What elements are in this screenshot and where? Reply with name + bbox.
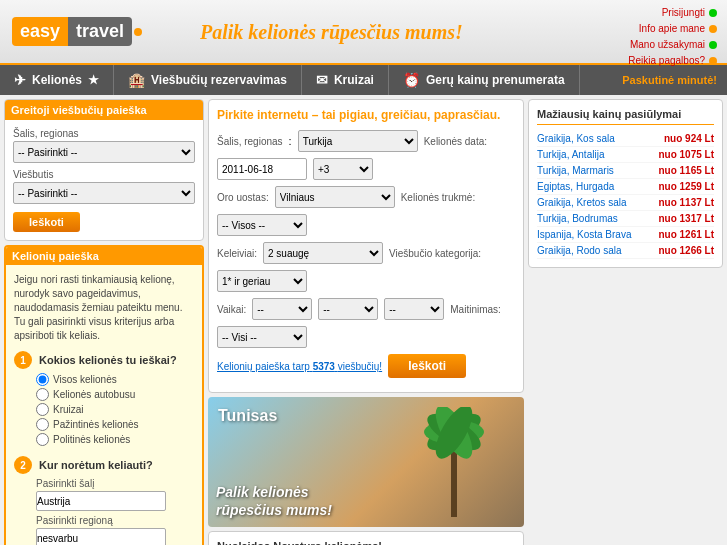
nav-trips[interactable]: ✈ Kelionės ★ [0, 65, 114, 95]
search-count-text[interactable]: Kelionių paieška tarp 5373 viešbučių! [217, 361, 382, 372]
form-row-travelers-category: Keleiviai: 2 suaugę Viešbučio kategorija… [217, 242, 515, 292]
top-link-login[interactable]: Prisijungti [628, 5, 717, 21]
step-2-country-input[interactable] [36, 491, 166, 511]
radio-educational[interactable]: Pažintinės kelionės [36, 418, 194, 431]
radio-cruises[interactable]: Kruizai [36, 403, 194, 416]
discounts-box: Nuolaidos Novaturo kelionėms! Turkija nu… [208, 531, 524, 545]
hotel-search-title: Greitoji viešbučių paieška [5, 100, 203, 120]
price-val-6: nuo 1261 Lt [658, 229, 714, 240]
form-country-select[interactable]: Turkija [298, 130, 418, 152]
step-2-region-input[interactable] [36, 528, 166, 545]
radio-educational-input[interactable] [36, 418, 49, 431]
form-travelers-select[interactable]: 2 suaugę [263, 242, 383, 264]
form-airport-label: Oro uostas: [217, 192, 269, 203]
top-link-orders[interactable]: Mano užsakymai [628, 37, 717, 53]
hotel-search-button[interactable]: Ieškoti [13, 212, 80, 232]
form-category-select[interactable]: 1* ir geriau [217, 270, 307, 292]
login-status-dot [709, 9, 717, 17]
form-date-plus-select[interactable]: +3 [313, 158, 373, 180]
hotels-icon: 🏨 [128, 72, 145, 88]
discounts-title: Nuolaidos Novaturo kelionėms! [217, 540, 515, 545]
form-row-airport-duration: Oro uostas: Vilniaus Kelionės trukmė: --… [217, 186, 515, 236]
form-children-select-3[interactable]: -- [384, 298, 444, 320]
price-item-6: Ispanija, Kosta Brava nuo 1261 Lt [537, 227, 714, 243]
main-form-subtitle: Pirkite internetu – tai pigiau, greičiau… [217, 108, 515, 122]
search-count-prefix: Kelionių paieška tarp [217, 361, 310, 372]
price-name-0[interactable]: Graikija, Kos sala [537, 133, 615, 144]
price-item-7: Graikija, Rodo sala nuo 1266 Lt [537, 243, 714, 259]
right-column: Mažiausių kainų pasiūlymai Graikija, Kos… [528, 99, 723, 545]
main-search-form: Pirkite internetu – tai pigiau, greičiau… [208, 99, 524, 393]
logo: easytravel [0, 9, 154, 54]
top-link-help[interactable]: Reikia pagalbos? [628, 53, 717, 69]
form-children-select-2[interactable]: -- [318, 298, 378, 320]
price-name-2[interactable]: Turkija, Marmaris [537, 165, 614, 176]
nav-cruises-label: Kruizai [334, 73, 374, 87]
price-item-1: Turkija, Antalija nuo 1075 Lt [537, 147, 714, 163]
price-val-2: nuo 1165 Lt [658, 165, 714, 176]
main-content: Greitoji viešbučių paieška Šalis, region… [0, 95, 727, 545]
trip-search-description: Jeigu nori rasti tinkamiausią kelionę, n… [14, 273, 194, 343]
price-name-6[interactable]: Ispanija, Kosta Brava [537, 229, 632, 240]
info-status-dot [709, 25, 717, 33]
nav-cruises[interactable]: ✉ Kruizai [302, 65, 389, 95]
step-1-number: 1 [14, 351, 32, 369]
form-duration-label: Kelionės trukmė: [401, 192, 475, 203]
header: easytravel Palik kelionės rūpesčius mums… [0, 0, 727, 65]
radio-bus-trips[interactable]: Kelionės autobusu [36, 388, 194, 401]
prices-list: Graikija, Kos sala nuo 924 Lt Turkija, A… [537, 131, 714, 259]
subscribe-icon: ⏰ [403, 72, 420, 88]
radio-cruises-input[interactable] [36, 403, 49, 416]
trip-search-title: Kelionių paieška [6, 247, 202, 265]
form-airport-select[interactable]: Vilniaus [275, 186, 395, 208]
navbar: ✈ Kelionės ★ 🏨 Viešbučių rezervavimas ✉ … [0, 65, 727, 95]
prices-title: Mažiausių kainų pasiūlymai [537, 108, 714, 125]
help-link[interactable]: Reikia pagalbos? [628, 53, 705, 69]
form-date-label: Kelionės data: [424, 136, 487, 147]
info-link[interactable]: Info apie mane [639, 21, 705, 37]
tunisia-name-label: Tunisas [218, 407, 277, 425]
price-name-4[interactable]: Graikija, Kretos sala [537, 197, 626, 208]
price-val-1: nuo 1075 Lt [658, 149, 714, 160]
nav-subscribe[interactable]: ⏰ Gerų kainų prenumerata [389, 65, 580, 95]
price-name-1[interactable]: Turkija, Antalija [537, 149, 604, 160]
palm-tree-illustration [414, 407, 494, 527]
form-row-children-meals: Vaikai: -- -- -- Maitinimas: -- Visi -- [217, 298, 515, 348]
price-name-7[interactable]: Graikija, Rodo sala [537, 245, 621, 256]
step-2-country-label: Pasirinkti šalį [36, 478, 194, 489]
radio-all-trips[interactable]: Visos kelionės [36, 373, 194, 386]
form-children-select-1[interactable]: -- [252, 298, 312, 320]
hotel-label: Viešbutis [13, 169, 195, 180]
step-2-number: 2 [14, 456, 32, 474]
nav-trips-label: Kelionės [32, 73, 82, 87]
price-val-3: nuo 1259 Lt [658, 181, 714, 192]
radio-political-label: Politinės kelionės [53, 434, 130, 445]
top-link-info[interactable]: Info apie mane [628, 21, 717, 37]
main-search-button[interactable]: Ieškoti [388, 354, 466, 378]
hotel-select[interactable]: -- Pasirinkti -- [13, 182, 195, 204]
country-select[interactable]: -- Pasirinkti -- [13, 141, 195, 163]
price-name-5[interactable]: Turkija, Bodrumas [537, 213, 618, 224]
form-meals-select[interactable]: -- Visi -- [217, 326, 307, 348]
prices-box: Mažiausių kainų pasiūlymai Graikija, Kos… [528, 99, 723, 268]
search-count-suffix: viešbučių! [338, 361, 382, 372]
form-children-label: Vaikai: [217, 304, 246, 315]
price-name-3[interactable]: Egiptas, Hurgada [537, 181, 614, 192]
country-label: Šalis, regionas [13, 128, 195, 139]
form-date-input[interactable] [217, 158, 307, 180]
radio-bus-trips-input[interactable] [36, 388, 49, 401]
logo-travel-text: travel [68, 17, 132, 46]
step-2-title: Kur norėtum keliauti? [39, 459, 153, 471]
trip-search-box: Kelionių paieška Jeigu nori rasti tinkam… [4, 245, 204, 545]
orders-link[interactable]: Mano užsakymai [630, 37, 705, 53]
radio-all-trips-input[interactable] [36, 373, 49, 386]
radio-political[interactable]: Politinės kelionės [36, 433, 194, 446]
price-item-2: Turkija, Marmaris nuo 1165 Lt [537, 163, 714, 179]
tunisia-tagline: Palik kelionės rūpesčius mums! [208, 475, 340, 527]
nav-breaking[interactable]: Paskutinė minutė! [622, 74, 727, 86]
nav-hotels[interactable]: 🏨 Viešbučių rezervavimas [114, 65, 302, 95]
trips-icon: ✈ [14, 72, 26, 88]
form-duration-select[interactable]: -- Visos -- [217, 214, 307, 236]
radio-political-input[interactable] [36, 433, 49, 446]
login-link[interactable]: Prisijungti [662, 5, 705, 21]
